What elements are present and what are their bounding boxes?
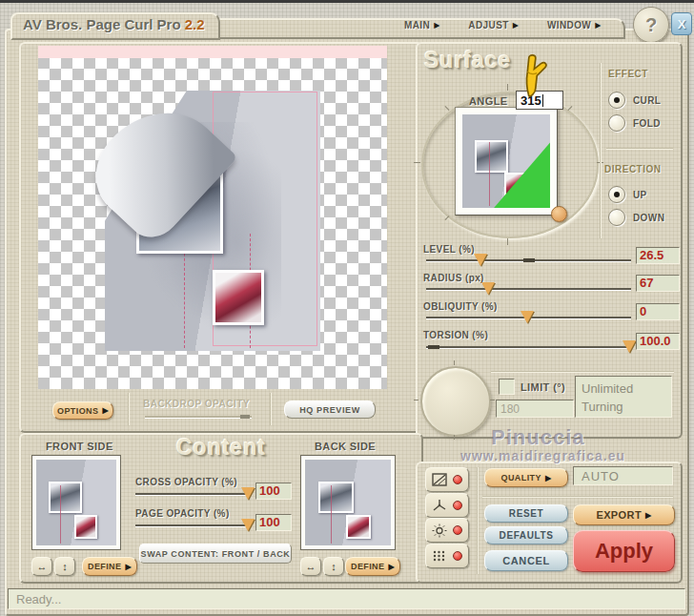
grid-tool-button[interactable]	[425, 544, 469, 568]
menu-window-label: WINDOW	[547, 20, 591, 31]
effect-fold-option[interactable]: FOLD	[608, 114, 661, 132]
options-divider	[128, 393, 129, 425]
obliquity-value[interactable]: 0	[636, 303, 680, 320]
limit-checkbox[interactable]	[499, 379, 515, 395]
effect-divider	[600, 63, 601, 238]
cross-opacity-label: CROSS OPACITY (%)	[135, 477, 237, 487]
angle-dial-handle[interactable]	[551, 206, 567, 222]
defaults-button[interactable]: DEFAULTS	[484, 526, 568, 544]
options-button[interactable]: OPTIONS ▶	[52, 401, 113, 420]
obliquity-slider[interactable]	[426, 317, 631, 318]
obliquity-label: OBLIQUITY (%)	[423, 301, 498, 312]
help-button[interactable]: ?	[633, 7, 669, 43]
fold-label: FOLD	[633, 118, 661, 129]
status-led	[453, 525, 462, 535]
quality-button[interactable]: QUALITY ▶	[484, 468, 568, 487]
preview-viewport[interactable]	[38, 46, 387, 389]
options-label: OPTIONS	[57, 406, 98, 416]
menu-arrow-icon: ▶	[513, 21, 519, 30]
backdrop-opacity-slider[interactable]	[145, 416, 252, 418]
reset-label: RESET	[509, 508, 543, 519]
torsion-thumb[interactable]	[623, 340, 636, 353]
back-flip-vertical-button[interactable]: ↕	[323, 557, 344, 576]
front-side-label: FRONT SIDE	[46, 441, 113, 452]
export-button[interactable]: EXPORT ▶	[573, 504, 675, 525]
options-divider	[270, 393, 271, 425]
back-thumb-art	[305, 460, 391, 545]
cross-opacity-value[interactable]: 100	[255, 483, 292, 500]
up-radio[interactable]	[608, 186, 625, 203]
lighting-tool-button[interactable]	[425, 518, 469, 543]
down-label: DOWN	[633, 213, 664, 223]
radius-slider[interactable]	[426, 288, 631, 290]
limit-input-value: 180	[500, 402, 520, 416]
front-define-label: DEFINE	[88, 562, 121, 571]
direction-up-option[interactable]: UP	[608, 186, 647, 203]
limit-divider	[491, 371, 674, 372]
cursor-hand-icon	[517, 50, 549, 99]
direction-down-option[interactable]: DOWN	[608, 209, 664, 226]
front-side-thumbnail[interactable]	[31, 455, 121, 550]
direction-label: DIRECTION	[604, 164, 662, 175]
down-radio[interactable]	[608, 209, 625, 226]
plugin-window: AV Bros. Page Curl Pro 2.2 MAIN ▶ ADJUST…	[0, 0, 694, 616]
effect-label: EFFECT	[608, 69, 648, 79]
apply-label: Apply	[595, 539, 653, 564]
page-opacity-slider[interactable]	[135, 524, 250, 526]
cancel-button[interactable]: CANCEL	[484, 550, 568, 571]
quality-value: AUTO	[582, 469, 620, 483]
front-define-button[interactable]: DEFINE ▶	[82, 557, 137, 576]
back-lips-inset	[346, 515, 371, 540]
menu-window[interactable]: WINDOW ▶	[547, 20, 601, 31]
level-slider[interactable]	[426, 259, 631, 261]
swap-content-button[interactable]: SWAP CONTENT: FRONT / BACK	[139, 544, 292, 564]
question-icon: ?	[645, 14, 657, 36]
radius-value[interactable]: 67	[636, 275, 680, 292]
torsion-slider[interactable]	[426, 346, 631, 348]
menu-main-label: MAIN	[404, 20, 430, 31]
apply-button[interactable]: Apply	[573, 530, 675, 572]
torsion-knob[interactable]	[420, 366, 491, 437]
obliquity-thumb[interactable]	[520, 311, 534, 323]
front-flip-vertical-button[interactable]: ↕	[54, 557, 75, 576]
axes-tool-button[interactable]	[425, 493, 469, 518]
dial-tick	[507, 238, 508, 245]
back-side-thumbnail[interactable]	[300, 455, 396, 550]
actions-divider	[477, 467, 478, 574]
lips-inset-frame	[213, 270, 264, 325]
page-opacity-value[interactable]: 100	[255, 514, 292, 531]
dial-tick	[414, 162, 420, 163]
reset-button[interactable]: RESET	[484, 504, 568, 523]
page-opacity-thumb[interactable]	[241, 519, 255, 531]
backdrop-opacity-thumb[interactable]	[240, 415, 250, 419]
status-led	[453, 475, 462, 484]
cross-opacity-slider[interactable]	[135, 493, 250, 495]
menu-adjust[interactable]: ADJUST ▶	[468, 20, 519, 31]
status-led	[453, 551, 462, 561]
level-value[interactable]: 26.5	[636, 247, 680, 264]
knob-tick	[454, 360, 455, 365]
watermark-name: Pinuccia	[491, 425, 584, 450]
level-thumb[interactable]	[474, 254, 487, 266]
hq-preview-button[interactable]: HQ PREVIEW	[284, 400, 376, 419]
menu-main[interactable]: MAIN ▶	[404, 20, 439, 31]
limit-input[interactable]: 180	[496, 400, 574, 418]
front-thumb-art	[36, 460, 116, 545]
radius-thumb[interactable]	[481, 282, 495, 295]
close-button[interactable]: X	[671, 12, 692, 35]
curl-radio[interactable]	[608, 92, 625, 109]
back-flip-horizontal-button[interactable]: ↔	[300, 557, 321, 576]
backdrop-tool-button[interactable]	[425, 467, 469, 492]
effect-curl-option[interactable]: CURL	[608, 92, 661, 109]
cross-opacity-thumb[interactable]	[241, 487, 255, 500]
back-define-button[interactable]: DEFINE ▶	[345, 557, 400, 576]
torsion-value[interactable]: 100.0	[636, 333, 680, 350]
fold-radio[interactable]	[608, 114, 625, 132]
front-flip-horizontal-button[interactable]: ↔	[31, 557, 52, 576]
sun-icon	[432, 524, 447, 538]
front-lips-inset	[74, 515, 97, 540]
dial-eye-inset	[475, 140, 508, 172]
effect-direction-divider	[606, 148, 673, 149]
grid-dots-icon	[432, 549, 446, 563]
back-red-line	[331, 485, 332, 544]
